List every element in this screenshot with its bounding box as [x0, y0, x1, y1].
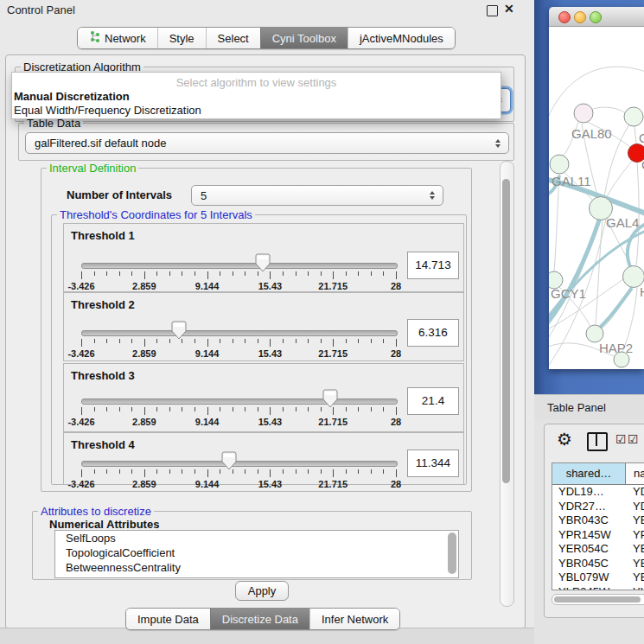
attribute-item-betweennesscentrality[interactable]: BetweennessCentrality: [55, 560, 458, 575]
node-label: GAL4: [606, 215, 639, 230]
threshold-label: Threshold 3: [71, 369, 135, 382]
attributes-list-scrollbar[interactable]: [448, 532, 456, 574]
algorithm-option-equal-width-frequency-discretization[interactable]: Equal Width/Frequency Discretization: [12, 104, 501, 118]
slider-tick: [81, 339, 82, 347]
cell-name: YBR0: [625, 513, 644, 528]
slider-tick: [283, 339, 284, 343]
slider-tick: [194, 407, 195, 411]
tab-discretize-data[interactable]: Discretize Data: [210, 609, 309, 629]
table-data-combobox[interactable]: galFiltered.sif default node: [25, 132, 509, 154]
slider-tick: [333, 271, 334, 279]
slider-tick: [220, 407, 220, 411]
checkbox-icon[interactable]: ☑: [615, 432, 627, 446]
table-row[interactable]: YBR045CYBR0: [552, 557, 644, 571]
slider-track[interactable]: [81, 263, 398, 269]
attribute-item-topologicalcoefficient[interactable]: TopologicalCoefficient: [55, 545, 458, 560]
tab-cyni-toolbox[interactable]: Cyni Toolbox: [260, 28, 348, 48]
table-row[interactable]: YPR145WYPR1: [552, 528, 644, 543]
numerical-attributes-list[interactable]: SelfLoopsTopologicalCoefficientBetweenne…: [54, 530, 459, 578]
threshold-value-field[interactable]: 11.344: [407, 450, 459, 477]
tab-impute-data[interactable]: Impute Data: [126, 609, 210, 629]
attribute-item-selfloops[interactable]: SelfLoops: [55, 531, 458, 545]
column-header-name[interactable]: na: [626, 463, 644, 484]
table-hscroll-thumb[interactable]: [554, 596, 641, 603]
slider-thumb[interactable]: [255, 253, 271, 276]
slider-tick: [396, 339, 397, 347]
panel-scrollbar[interactable]: [500, 161, 514, 607]
tab-label: Select: [218, 32, 249, 45]
slider-tick-label: 15.43: [258, 281, 283, 291]
threshold-value-field[interactable]: 14.713: [407, 252, 459, 279]
slider-tick: [371, 469, 372, 474]
slider-tick: [283, 469, 284, 474]
slider-track[interactable]: [81, 330, 398, 336]
algorithm-prompt: Select algorithm to view settings: [12, 75, 501, 90]
slider-tick: [383, 469, 384, 474]
slider-tick: [156, 339, 157, 343]
slider-tick: [106, 339, 107, 343]
table-row[interactable]: YDL19…YDL1: [552, 485, 644, 500]
slider-tick: [346, 407, 347, 411]
tab-select[interactable]: Select: [206, 28, 260, 48]
network-nodes[interactable]: [549, 104, 644, 367]
tab-label: Cyni Toolbox: [272, 32, 336, 45]
cell-name: YER0: [625, 542, 644, 557]
table-row[interactable]: YBR043CYBR0: [552, 513, 644, 528]
apply-button[interactable]: Apply: [235, 581, 289, 601]
slider-tick-label: 15.43: [258, 479, 283, 489]
cell-name: YPR1: [625, 528, 644, 543]
table-row[interactable]: YDR27…YDR2: [552, 500, 644, 514]
float-window-icon[interactable]: [487, 5, 498, 16]
network-window-titlebar[interactable]: [549, 7, 644, 27]
slider-tick: [106, 469, 107, 474]
tab-network[interactable]: Network: [78, 28, 157, 48]
threshold-value-field[interactable]: 21.4: [407, 387, 459, 415]
num-intervals-combobox[interactable]: 5: [191, 185, 443, 206]
tab-jactivemnodules[interactable]: jActiveMNodules: [348, 28, 455, 48]
close-icon[interactable]: ✕: [504, 2, 514, 16]
slider-tick: [233, 407, 233, 411]
table-row[interactable]: YBL079WYBL0: [552, 571, 644, 585]
table-horizontal-scrollbar[interactable]: [552, 594, 644, 605]
zoom-traffic-light-icon[interactable]: [590, 11, 602, 23]
slider-tick: [182, 469, 182, 474]
tab-label: Discretize Data: [222, 613, 298, 626]
slider-tick: [283, 407, 284, 411]
close-traffic-light-icon[interactable]: [558, 11, 571, 23]
gear-icon[interactable]: ⚙: [557, 429, 572, 450]
checkbox-icon[interactable]: ☑: [628, 432, 639, 446]
slider-tick: [169, 469, 170, 474]
slider-tick: [396, 271, 397, 279]
threshold-panel-1: Threshold 1-3.4262.8599.14415.4321.71528…: [63, 223, 464, 292]
tab-infer-network[interactable]: Infer Network: [309, 609, 399, 629]
slider-thumb[interactable]: [322, 389, 338, 411]
node-label: H: [640, 284, 644, 299]
panel-title: Control Panel: [7, 3, 75, 16]
slider-tick-label: 2.859: [132, 348, 156, 359]
slider-tick: [245, 469, 245, 474]
tab-style[interactable]: Style: [157, 28, 206, 48]
cell-shared-name: YPR145W: [552, 528, 625, 543]
slider-track[interactable]: [81, 461, 398, 467]
network-canvas[interactable]: GAL80 G GAL11 C GAL4 GCY1 H HAP2: [549, 27, 644, 369]
tab-label: Network: [105, 32, 146, 45]
split-panel-icon[interactable]: [587, 432, 608, 451]
desktop-background: GAL80 G GAL11 C GAL4 GCY1 H HAP2: [534, 0, 644, 394]
slider-tick: [119, 407, 120, 411]
minimize-traffic-light-icon[interactable]: [574, 11, 586, 23]
algorithm-option-manual-discretization[interactable]: Manual Discretization: [12, 90, 501, 104]
panel-scrollbar-thumb[interactable]: [502, 179, 510, 483]
top-tab-bar: NetworkStyleSelectCyni ToolboxjActiveMNo…: [77, 27, 456, 49]
threshold-value-field[interactable]: 6.316: [407, 319, 459, 347]
slider-tick: [296, 407, 296, 411]
slider-thumb[interactable]: [221, 451, 237, 474]
tab-label: Impute Data: [137, 613, 199, 626]
cell-name: YBR0: [625, 557, 644, 571]
slider-tick: [94, 271, 95, 276]
table-data-value: galFiltered.sif default node: [35, 137, 166, 150]
slider-thumb[interactable]: [171, 321, 187, 343]
table-row[interactable]: YER054CYER0: [552, 542, 644, 557]
table-row[interactable]: YLR345WYLR3: [552, 585, 644, 591]
column-header-shared-name[interactable]: shared…: [552, 463, 626, 484]
slider-track[interactable]: [81, 399, 398, 405]
